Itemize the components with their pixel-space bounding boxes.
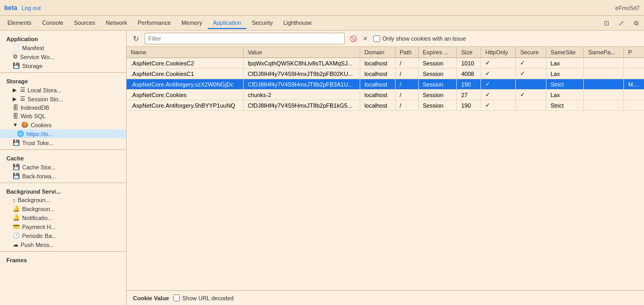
sidebar-item-label: Notificatio... [22, 215, 52, 221]
local-storage-icon: ☰ [20, 87, 25, 93]
sidebar-item-label: https://lo... [26, 131, 53, 137]
filter-input[interactable] [145, 33, 345, 44]
tab-lighthouse[interactable]: Lighthouse [278, 17, 317, 29]
delete-cookies-button[interactable]: 🚫 [348, 33, 359, 44]
col-size[interactable]: Size [457, 47, 481, 58]
sidebar-item-label: Web SQL [21, 113, 46, 119]
show-url-decoded-checkbox[interactable] [173, 294, 180, 301]
sidebar-item-bg-sync[interactable]: 🔔 Backgroun... [0, 204, 126, 213]
table-row[interactable]: .AspNetCore.Antiforgery.5hBYYP1uuNQCfDJ8… [127, 100, 644, 111]
tab-performance[interactable]: Performance [132, 17, 176, 29]
tab-network[interactable]: Network [101, 17, 132, 29]
col-samepage[interactable]: SamePa... [584, 47, 624, 58]
bg-fetch-icon: ↕ [13, 197, 16, 203]
settings-icon[interactable]: ⚙ [630, 17, 642, 29]
filter-icon-group: 🚫 ✕ [348, 33, 370, 44]
sidebar-item-indexeddb[interactable]: 🗄 IndexedDB [0, 103, 126, 112]
push-messaging-icon: ☁ [13, 241, 18, 248]
sidebar-item-bg-fetch[interactable]: ↕ Backgroun... [0, 196, 126, 204]
sidebar-item-service-workers[interactable]: ⚙ Service Wo... [0, 52, 126, 61]
sidebar-item-manifest[interactable]: 📄 Manifest [0, 43, 126, 52]
sidebar-divider-3 [0, 183, 126, 183]
sidebar-divider-4 [0, 251, 126, 252]
col-expires[interactable]: Expires ... [418, 47, 457, 58]
sidebar-item-cookies-url[interactable]: 🌐 https://lo... [0, 129, 126, 138]
show-issues-checkbox[interactable] [373, 35, 380, 42]
col-samesite[interactable]: SameSite [546, 47, 584, 58]
table-row[interactable]: .AspNetCore.Cookieschunks-2localhost/Ses… [127, 90, 644, 100]
session-storage-icon: ☰ [20, 96, 25, 102]
col-domain[interactable]: Domain [360, 47, 395, 58]
bottom-bar: Cookie Value Show URL decoded [127, 290, 644, 305]
col-value[interactable]: Value [243, 47, 360, 58]
tab-elements[interactable]: Elements [2, 17, 37, 29]
web-sql-icon: 🗄 [13, 113, 18, 119]
sidebar-item-label: Payment H... [22, 224, 56, 230]
expand-tri-icon: ▼ [13, 122, 18, 128]
sidebar-item-label: Backgroun... [22, 206, 55, 212]
payment-handler-icon: 💳 [13, 223, 20, 230]
sidebar-item-storage[interactable]: 💾 Storage [0, 61, 126, 70]
storage-icon: 💾 [13, 62, 20, 69]
sidebar-item-web-sql[interactable]: 🗄 Web SQL [0, 112, 126, 120]
table-row[interactable]: .AspNetCore.Antiforgery.szX2W0NGjDcCfDJ8… [127, 79, 644, 90]
right-panel: ↻ 🚫 ✕ Only show cookies with an issue Na… [127, 31, 644, 305]
tab-sources[interactable]: Sources [69, 17, 100, 29]
expand-tri-icon: ▶ [13, 87, 17, 93]
clear-filter-button[interactable]: ✕ [360, 33, 370, 44]
filter-bar: ↻ 🚫 ✕ Only show cookies with an issue [127, 31, 644, 47]
show-url-decoded-label[interactable]: Show URL decoded [173, 294, 233, 301]
notifications-icon: 🔔 [13, 214, 20, 221]
col-secure[interactable]: Secure [516, 47, 546, 58]
tab-console[interactable]: Console [37, 17, 69, 29]
sidebar-item-label: Trust Toke... [22, 140, 54, 146]
browser-top-bar: beta Log out eFmo5d7 [0, 0, 644, 16]
sidebar-item-push-messaging[interactable]: ☁ Push Mess... [0, 240, 126, 249]
sidebar-item-payment-handler[interactable]: 💳 Payment H... [0, 222, 126, 231]
browser-logo: beta [4, 4, 17, 12]
col-name[interactable]: Name [127, 47, 243, 58]
expand-icon[interactable]: ⤢ [616, 17, 627, 29]
sidebar-item-session-storage[interactable]: ▶ ☰ Session Sto... [0, 94, 126, 103]
dock-icon[interactable]: ⊡ [601, 17, 612, 29]
show-issues-checkbox-label[interactable]: Only show cookies with an issue [373, 35, 466, 42]
main-layout: Application 📄 Manifest ⚙ Service Wo... 💾… [0, 31, 644, 305]
cookies-table-container: Name Value Domain Path Expires ... Size … [127, 47, 644, 290]
col-p[interactable]: P [623, 47, 644, 58]
sidebar-item-periodic-bg-sync[interactable]: 🕐 Periodic Ba... [0, 231, 126, 240]
url-icon: 🌐 [17, 130, 24, 137]
sidebar-item-label: Backgroun... [18, 197, 51, 203]
table-row[interactable]: .AspNetCore.CookiesC1CfDJ8IHf4y7V4S9HmxJ… [127, 69, 644, 79]
sidebar: Application 📄 Manifest ⚙ Service Wo... 💾… [0, 31, 127, 305]
tab-memory[interactable]: Memory [176, 17, 208, 29]
sidebar-item-label: Storage [22, 63, 43, 69]
sidebar-item-trust-tokens[interactable]: 💾 Trust Toke... [0, 138, 126, 147]
tab-security[interactable]: Security [246, 17, 278, 29]
sidebar-item-label: Back-forwa... [22, 173, 56, 179]
show-url-decoded-text: Show URL decoded [182, 295, 233, 301]
table-row[interactable]: .AspNetCore.CookiesC2fpqWxCqthQWSKC8hLlv… [127, 58, 644, 69]
sidebar-divider-1 [0, 72, 126, 73]
cookies-icon: 🍪 [21, 121, 28, 128]
session-id: eFmo5d7 [616, 5, 640, 11]
sidebar-item-label: Manifest [22, 45, 44, 51]
cookies-table: Name Value Domain Path Expires ... Size … [127, 47, 644, 111]
show-issues-label: Only show cookies with an issue [382, 35, 466, 42]
refresh-button[interactable]: ↻ [131, 34, 141, 43]
sidebar-divider-2 [0, 149, 126, 150]
col-httponly[interactable]: HttpOnly [481, 47, 516, 58]
cache-storage-icon: 💾 [13, 164, 20, 170]
col-path[interactable]: Path [395, 47, 418, 58]
sidebar-item-notifications[interactable]: 🔔 Notificatio... [0, 213, 126, 222]
sidebar-item-label: Service Wo... [20, 54, 54, 60]
periodic-bg-sync-icon: 🕐 [13, 232, 20, 239]
sidebar-item-cookies[interactable]: ▼ 🍪 Cookies [0, 120, 126, 129]
sidebar-item-cache-storage[interactable]: 💾 Cache Stor... [0, 163, 126, 171]
sidebar-item-local-storage[interactable]: ▶ ☰ Local Stora... [0, 85, 126, 94]
logout-link[interactable]: Log out [22, 5, 41, 11]
sidebar-item-back-forward-cache[interactable]: 💾 Back-forwa... [0, 171, 126, 180]
tab-application[interactable]: Application [208, 17, 247, 29]
sidebar-item-label: IndexedDB [21, 104, 49, 111]
sidebar-item-label: Cookies [31, 122, 52, 128]
expand-tri-icon: ▶ [13, 96, 17, 102]
